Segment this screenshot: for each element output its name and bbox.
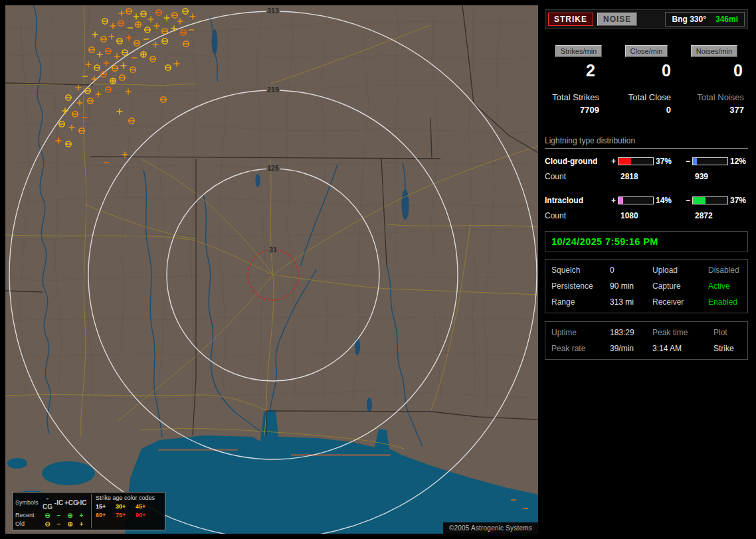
close-per-min-value: 0: [613, 61, 680, 80]
ic-positive-count: 1080: [611, 211, 686, 220]
total-noises-value: 377: [680, 105, 748, 115]
legend-header-nic: -IC: [53, 499, 64, 507]
copyright-text: ©2005 Astrogenic Systems: [443, 522, 538, 534]
datetime-display: 10/24/2025 7:59:16 PM: [551, 236, 658, 247]
distribution-title: Lightning type distribution: [545, 136, 748, 149]
app-window: 31321912531 Symbols -CG -IC +CG +IC Rece…: [0, 0, 756, 539]
legend-symbols: Symbols -CG -IC +CG +IC Recent ⊖ − ⊕ + O…: [15, 494, 92, 528]
circle-minus-icon: ⊖: [42, 511, 53, 520]
distribution-table: Cloud-ground + 37% − 12% Count 2818 939 …: [545, 157, 748, 220]
minus-sign: −: [686, 157, 690, 166]
radar-map[interactable]: 31321912531 Symbols -CG -IC +CG +IC Rece…: [5, 5, 538, 534]
rates-section: Strikes/min Close/min Noises/min 2 0 0: [545, 45, 748, 80]
total-strikes-value: 7709: [545, 105, 613, 115]
count-label: Count: [545, 211, 611, 220]
circle-plus-icon: ⊕: [64, 511, 76, 520]
intracloud-label: Intracloud: [545, 196, 611, 205]
legend-recent-label: Recent: [15, 511, 42, 520]
squelch-value: 0: [610, 266, 652, 275]
upload-value: Disabled: [708, 266, 741, 275]
capture-value: Active: [708, 281, 741, 291]
uptime-value: 183:29: [610, 328, 652, 337]
ic-negative-count: 2872: [686, 211, 748, 220]
ic-positive-bar: [618, 196, 654, 204]
circle-plus-icon: ⊕: [64, 520, 76, 528]
plot-value: Strike: [713, 344, 741, 353]
strikes-per-min-value: 2: [545, 61, 613, 80]
strike-mode-button[interactable]: STRIKE: [548, 13, 593, 26]
legend-header-ncg: -CG: [42, 494, 53, 511]
capture-label: Capture: [652, 281, 708, 291]
totals-section: Total Strikes Total Close Total Noises 7…: [545, 92, 748, 115]
peak-rate-value: 39/min: [610, 344, 652, 353]
legend-symbols-label: Symbols: [15, 499, 42, 507]
bearing-range-value: 346mi: [715, 15, 738, 24]
ring-distance-label: 313: [267, 7, 279, 15]
cg-negative-bar: [692, 157, 728, 165]
peak-time-value: 3:14 AM: [652, 344, 713, 353]
plus-sign: +: [611, 157, 616, 166]
upload-label: Upload: [652, 266, 708, 275]
persistence-label: Persistence: [551, 281, 610, 291]
age-code: 15+: [96, 502, 116, 511]
uptime-label: Uptime: [551, 328, 610, 337]
circle-minus-icon: ⊖: [42, 520, 53, 528]
ic-negative-pct: 37%: [730, 196, 746, 205]
legend-header-pic: +IC: [76, 499, 87, 507]
legend-old-label: Old: [15, 520, 42, 528]
total-close-label: Total Close: [613, 92, 680, 102]
age-code: 30+: [116, 502, 136, 511]
minus-icon: −: [53, 511, 64, 520]
plus-icon: +: [76, 511, 87, 520]
noises-per-min-value: 0: [680, 61, 748, 80]
legend-age-codes: Strike age color codes 15+ 30+ 45+ 60+ 7…: [96, 494, 162, 528]
receiver-label: Receiver: [652, 297, 708, 307]
strike-symbol: [110, 78, 116, 84]
ic-positive-pct: 14%: [656, 196, 672, 205]
age-code: 90+: [136, 511, 155, 520]
cg-positive-bar: [618, 157, 654, 165]
cloud-ground-label: Cloud-ground: [545, 157, 611, 166]
age-code: 45+: [136, 502, 155, 511]
side-panel: STRIKE NOISE Bng 330° 346mi Strikes/min …: [541, 5, 751, 534]
minus-icon: −: [53, 520, 64, 528]
range-label: Range: [551, 297, 610, 307]
mode-toolbar: STRIKE NOISE Bng 330° 346mi: [545, 9, 748, 29]
cg-positive-pct: 37%: [656, 157, 672, 166]
minus-sign: −: [686, 196, 690, 205]
cg-negative-pct: 12%: [730, 157, 746, 166]
squelch-label: Squelch: [551, 266, 610, 275]
total-strikes-label: Total Strikes: [545, 92, 613, 102]
ring-distance-label: 219: [267, 86, 279, 94]
total-noises-label: Total Noises: [680, 92, 748, 102]
noise-mode-button[interactable]: NOISE: [597, 13, 637, 26]
count-label: Count: [545, 172, 611, 181]
age-code: 75+: [116, 511, 136, 520]
legend-age-title: Strike age color codes: [96, 494, 162, 502]
strike-symbol: [141, 52, 146, 57]
range-value: 313 mi: [610, 297, 652, 307]
ring-distance-label: 31: [269, 246, 277, 254]
noises-per-min-button[interactable]: Noises/min: [691, 45, 737, 57]
plot-label: Plot: [713, 328, 741, 337]
peak-time-label: Peak time: [652, 328, 713, 337]
cg-negative-count: 939: [686, 172, 748, 181]
strike-symbol: [136, 22, 141, 27]
clock-box: 10/24/2025 7:59:16 PM: [545, 231, 748, 252]
persistence-value: 90 min: [610, 281, 652, 291]
bearing-label: Bng 330°: [672, 15, 706, 24]
stats-box: Uptime 183:29 Peak time Plot Peak rate 3…: [545, 321, 748, 360]
legend-header-pcg: +CG: [64, 499, 76, 507]
status-box: Squelch 0 Upload Disabled Persistence 90…: [545, 259, 748, 313]
age-code: 60+: [96, 511, 116, 520]
cg-positive-count: 2818: [611, 172, 686, 181]
receiver-value: Enabled: [708, 297, 741, 307]
peak-rate-label: Peak rate: [551, 344, 610, 353]
ic-negative-bar: [692, 196, 728, 204]
ring-distance-label: 125: [267, 164, 279, 172]
bearing-display: Bng 330° 346mi: [665, 12, 745, 27]
plus-sign: +: [611, 196, 616, 205]
plus-icon: +: [76, 520, 87, 528]
close-per-min-button[interactable]: Close/min: [625, 45, 668, 57]
strikes-per-min-button[interactable]: Strikes/min: [555, 45, 602, 57]
